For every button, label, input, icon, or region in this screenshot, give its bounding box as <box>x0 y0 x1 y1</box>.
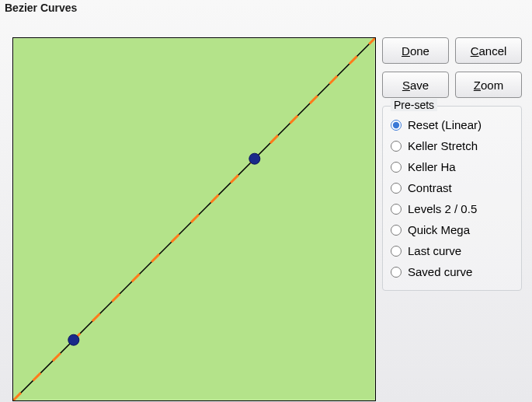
preset-label: Reset (Linear) <box>408 118 482 131</box>
preset-option[interactable]: Levels 2 / 0.5 <box>391 198 513 219</box>
preset-radio[interactable] <box>391 204 402 215</box>
preset-label: Quick Mega <box>408 223 470 236</box>
bezier-canvas[interactable] <box>12 37 376 401</box>
preset-option[interactable]: Keller Stretch <box>391 135 513 156</box>
preset-option[interactable]: Quick Mega <box>391 219 513 240</box>
preset-radio[interactable] <box>391 162 402 173</box>
preset-label: Keller Ha <box>408 160 456 173</box>
preset-label: Keller Stretch <box>408 139 478 152</box>
preset-option[interactable]: Last curve <box>391 240 513 261</box>
preset-radio[interactable] <box>391 141 402 152</box>
preset-option[interactable]: Reset (Linear) <box>391 114 513 135</box>
save-button[interactable]: Save <box>382 72 449 98</box>
control-point-handle[interactable] <box>68 334 79 345</box>
preset-radio[interactable] <box>391 267 402 278</box>
window-title: Bezier Curves <box>5 2 77 14</box>
window-titlebar: Bezier Curves <box>0 0 532 19</box>
zoom-button[interactable]: Zoom <box>455 72 522 98</box>
button-row-1: Done Cancel <box>382 37 522 64</box>
preset-radio[interactable] <box>391 183 402 194</box>
cancel-button[interactable]: Cancel <box>455 37 522 64</box>
right-panel: Done Cancel Save Zoom Pre-sets Reset (Li… <box>382 37 522 291</box>
bezier-plot <box>13 38 375 400</box>
presets-list: Reset (Linear)Keller StretchKeller HaCon… <box>391 114 513 282</box>
preset-radio[interactable] <box>391 225 402 236</box>
preset-label: Levels 2 / 0.5 <box>408 202 477 215</box>
preset-radio[interactable] <box>391 120 402 131</box>
preset-option[interactable]: Keller Ha <box>391 156 513 177</box>
presets-group-label: Pre-sets <box>391 99 437 111</box>
done-button[interactable]: Done <box>382 37 449 64</box>
presets-group: Pre-sets Reset (Linear)Keller StretchKel… <box>382 106 522 291</box>
dialog-content: Done Cancel Save Zoom Pre-sets Reset (Li… <box>0 19 532 402</box>
preset-radio[interactable] <box>391 246 402 257</box>
preset-label: Last curve <box>408 244 461 257</box>
preset-label: Saved curve <box>408 265 472 278</box>
preset-option[interactable]: Contrast <box>391 177 513 198</box>
control-point-handle[interactable] <box>249 153 260 164</box>
button-row-2: Save Zoom <box>382 72 522 98</box>
preset-label: Contrast <box>408 181 452 194</box>
preset-option[interactable]: Saved curve <box>391 261 513 282</box>
